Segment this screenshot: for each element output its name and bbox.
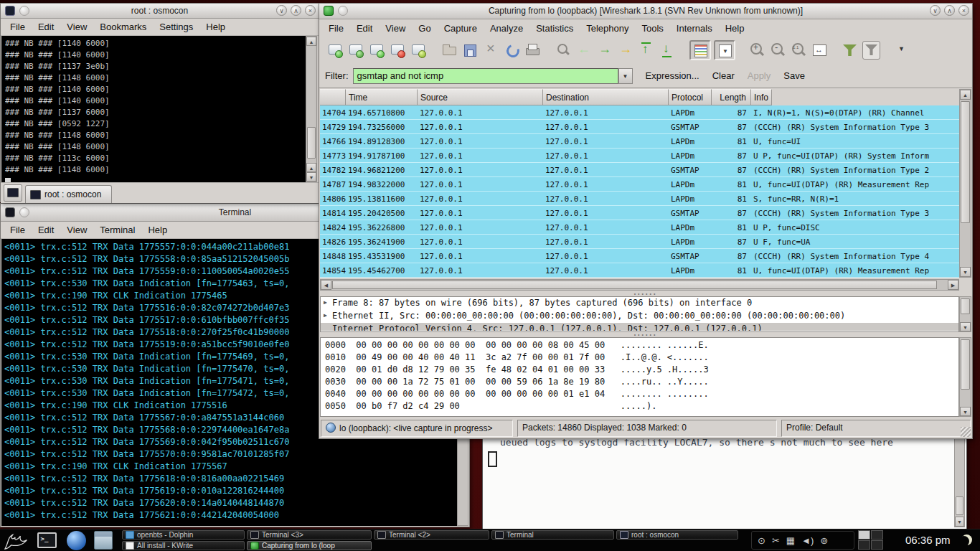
menu-item[interactable]: Analyze bbox=[484, 21, 529, 36]
save-file-icon[interactable] bbox=[461, 41, 479, 60]
minimize-button[interactable]: ∨ bbox=[930, 5, 941, 16]
wireshark-titlebar[interactable]: Capturing from lo (loopback) [Wireshark … bbox=[319, 4, 972, 19]
task-button[interactable]: Terminal <3> bbox=[247, 530, 372, 540]
scroll-left-button[interactable]: ◀ bbox=[321, 280, 331, 290]
tray-usb-icon[interactable]: ⊚ bbox=[820, 536, 828, 545]
scroll-down-button[interactable]: ▼ bbox=[960, 407, 971, 416]
column-header[interactable] bbox=[320, 89, 346, 105]
menu-item[interactable]: Edit bbox=[32, 19, 60, 34]
pager-desktop-3[interactable] bbox=[858, 540, 870, 550]
scrollbar[interactable]: ▲ ▲ ▼ bbox=[306, 36, 317, 182]
go-to-packet-icon[interactable] bbox=[617, 41, 635, 60]
reload-icon[interactable] bbox=[503, 41, 521, 60]
packet-row[interactable]: 14729 194.73256000 127.0.0.1 127.0.0.1 G… bbox=[320, 120, 959, 134]
packet-row[interactable]: 14766 194.89128300 127.0.0.1 127.0.0.1 L… bbox=[320, 134, 959, 149]
task-button[interactable]: root : osmocon bbox=[616, 530, 738, 540]
maximize-button[interactable]: ∧ bbox=[944, 5, 955, 16]
go-back-icon[interactable] bbox=[575, 41, 593, 60]
task-button[interactable]: Terminal bbox=[491, 530, 614, 540]
resize-grip[interactable] bbox=[961, 427, 971, 437]
osmocon-output[interactable]: ### NB ### [1140 6000]### NB ### [1140 6… bbox=[1, 36, 306, 184]
print-icon[interactable] bbox=[524, 41, 542, 60]
find-packet-icon[interactable] bbox=[555, 41, 573, 60]
task-button[interactable]: Terminal <2> bbox=[374, 530, 489, 540]
pager-desktop-1[interactable] bbox=[858, 530, 870, 540]
packet-row[interactable]: 14787 194.98322000 127.0.0.1 127.0.0.1 L… bbox=[320, 177, 959, 192]
clock[interactable]: 06:36 pm bbox=[905, 534, 951, 546]
menu-item[interactable]: Telephony bbox=[580, 21, 635, 36]
menu-item[interactable]: Bookmarks bbox=[93, 19, 153, 34]
column-header[interactable]: Time bbox=[346, 89, 418, 105]
scroll-up-button2[interactable]: ▲ bbox=[306, 163, 316, 172]
capture-options-icon[interactable] bbox=[347, 41, 365, 60]
menu-item[interactable]: Help bbox=[141, 222, 174, 237]
menu-item[interactable]: Settings bbox=[153, 19, 199, 34]
packet-list-hscrollbar[interactable]: ◀ ▶ bbox=[320, 279, 959, 291]
menu-item[interactable]: View bbox=[60, 222, 93, 237]
menu-item[interactable]: Tools bbox=[635, 21, 669, 36]
capture-start-icon[interactable] bbox=[368, 41, 386, 60]
expert-info-icon[interactable] bbox=[326, 423, 336, 433]
moon-icon[interactable] bbox=[961, 534, 972, 545]
capture-filter-icon[interactable] bbox=[842, 41, 859, 60]
packet-row[interactable]: 14704 194.65710800 127.0.0.1 127.0.0.1 L… bbox=[320, 105, 959, 120]
new-tab-button[interactable] bbox=[4, 184, 22, 202]
details-scrollbar[interactable]: ▼ bbox=[959, 296, 971, 332]
scrollbar[interactable]: ▼ bbox=[954, 435, 965, 527]
konsole-launcher-icon[interactable]: >_ bbox=[33, 530, 60, 550]
package-launcher-icon[interactable] bbox=[90, 530, 116, 550]
expression-button[interactable]: Expression... bbox=[646, 70, 699, 81]
pager-desktop-2[interactable] bbox=[871, 530, 883, 540]
toolbar-overflow-icon[interactable] bbox=[893, 41, 911, 60]
zoom-100-icon[interactable] bbox=[790, 41, 808, 60]
packet-row[interactable]: 14806 195.13811600 127.0.0.1 127.0.0.1 L… bbox=[320, 192, 959, 206]
packet-row[interactable]: 14814 195.20420500 127.0.0.1 127.0.0.1 G… bbox=[320, 206, 959, 220]
close-button[interactable]: × bbox=[958, 5, 969, 16]
save-button[interactable]: Save bbox=[783, 70, 805, 81]
scroll-down-button[interactable]: ▼ bbox=[955, 517, 964, 527]
menu-item[interactable]: Go bbox=[412, 21, 437, 36]
menu-item[interactable]: File bbox=[322, 21, 350, 36]
system-settings-launcher-icon[interactable] bbox=[63, 530, 89, 550]
profile-status[interactable]: Profile: Default bbox=[781, 420, 971, 437]
menu-item[interactable]: Help bbox=[719, 21, 751, 36]
column-header[interactable]: Destination bbox=[543, 89, 669, 105]
tray-status-icon[interactable]: ⊙ bbox=[758, 536, 765, 545]
column-header[interactable]: Protocol bbox=[669, 89, 712, 105]
pager-desktop-4[interactable] bbox=[871, 540, 883, 550]
packet-row[interactable]: 14782 194.96821200 127.0.0.1 127.0.0.1 G… bbox=[320, 163, 959, 177]
filter-dropdown-button[interactable]: ▼ bbox=[618, 68, 633, 84]
capture-interfaces-icon[interactable] bbox=[326, 41, 344, 60]
go-top-icon[interactable] bbox=[638, 41, 656, 60]
clear-button[interactable]: Clear bbox=[712, 70, 735, 81]
menu-item[interactable]: View bbox=[379, 21, 412, 36]
scroll-down-button[interactable]: ▼ bbox=[306, 172, 316, 182]
hex-dump-pane[interactable]: 0000 00 00 00 00 00 00 00 00 00 00 00 00… bbox=[320, 337, 959, 417]
scroll-right-button[interactable]: ▶ bbox=[948, 280, 958, 290]
hex-scrollbar[interactable]: ▼ bbox=[959, 337, 971, 417]
detail-row-partial[interactable]: Internet Protocol Version 4, Src: 127.0.… bbox=[321, 323, 958, 331]
column-header[interactable]: Length bbox=[712, 89, 751, 105]
menu-item[interactable]: Capture bbox=[438, 21, 484, 36]
packet-list-scrollbar[interactable]: ▲ ▼ bbox=[959, 89, 971, 278]
expand-triangle-icon[interactable]: ▶ bbox=[324, 312, 327, 319]
menu-item[interactable]: Internals bbox=[670, 21, 719, 36]
open-file-icon[interactable] bbox=[440, 41, 458, 60]
capture-stop-icon[interactable] bbox=[389, 41, 407, 60]
minimize-button[interactable]: ∨ bbox=[276, 5, 287, 16]
display-filter-icon[interactable] bbox=[862, 41, 880, 60]
osmocon-titlebar[interactable]: root : osmocon ∨ ∧ × bbox=[1, 4, 319, 19]
menu-item[interactable]: Terminal bbox=[93, 222, 141, 237]
menu-item[interactable]: File bbox=[4, 222, 32, 237]
scroll-down-button[interactable]: ▼ bbox=[960, 322, 971, 331]
app-menu-icon[interactable] bbox=[1, 530, 32, 550]
packet-row[interactable]: 14848 195.43531900 127.0.0.1 127.0.0.1 G… bbox=[320, 249, 959, 263]
menu-item[interactable]: Statistics bbox=[529, 21, 580, 36]
detail-row[interactable]: ▶Frame 8: 87 bytes on wire (696 bits), 8… bbox=[321, 297, 958, 310]
go-bottom-icon[interactable] bbox=[659, 41, 677, 60]
column-header[interactable]: Info bbox=[751, 89, 772, 105]
tab-root-osmocon[interactable]: root : osmocon bbox=[25, 185, 112, 203]
packet-row[interactable]: 14773 194.91787100 127.0.0.1 127.0.0.1 L… bbox=[320, 149, 959, 163]
capture-status[interactable]: lo (loopback): <live capture in progress… bbox=[321, 420, 513, 437]
packet-row[interactable]: 14824 195.36226800 127.0.0.1 127.0.0.1 L… bbox=[320, 220, 959, 235]
